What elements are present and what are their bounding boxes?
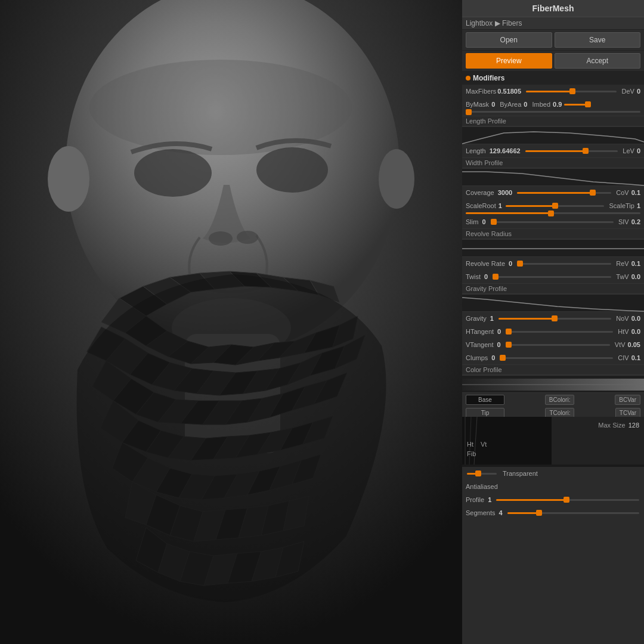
- color-profile-curve[interactable]: [462, 375, 644, 393]
- width-profile-section: Width Profile: [462, 157, 644, 168]
- revolve-curve-svg: [462, 240, 644, 258]
- tcolori-button[interactable]: TColori:: [545, 408, 574, 418]
- fib-label: Fib: [467, 450, 476, 457]
- vtangent-slider[interactable]: [506, 340, 610, 349]
- imbed-slider[interactable]: [564, 100, 588, 109]
- by-area-value: 0: [524, 101, 527, 108]
- open-save-row: Open Save: [462, 30, 644, 51]
- color-curve-svg: [462, 376, 644, 394]
- panel-title: FiberMesh: [462, 0, 644, 17]
- htv-value: 0.0: [631, 328, 640, 335]
- siv-label: SIV: [618, 218, 629, 225]
- clumps-label: Clumps: [466, 354, 488, 361]
- gravity-curve-svg: [462, 295, 644, 312]
- scale-root-slider[interactable]: [506, 202, 605, 210]
- viewport: [0, 0, 462, 644]
- svg-point-5: [134, 149, 212, 197]
- svg-point-3: [379, 149, 414, 209]
- revolve-rate-label: Revolve Rate: [466, 260, 505, 267]
- imbed-value: 0.9: [553, 101, 562, 108]
- svg-point-2: [48, 146, 89, 212]
- length-slider[interactable]: [525, 147, 618, 155]
- gravity-slider[interactable]: [499, 314, 611, 323]
- coverage-value: 3000: [498, 189, 512, 196]
- by-mask-label: ByMask: [466, 101, 489, 108]
- segments-label: Segments: [466, 509, 496, 516]
- segments-row: Segments 4: [462, 506, 644, 519]
- vtangent-value: 0: [497, 341, 500, 348]
- scale-root-label: ScaleRoot: [466, 202, 496, 209]
- base-button[interactable]: Base: [466, 395, 504, 405]
- twist-label: Twist: [466, 273, 481, 280]
- bcvar-button[interactable]: BCVar: [615, 395, 640, 405]
- max-fibers-row: MaxFibers 0.51805 DeV 0: [462, 85, 644, 98]
- preview-button[interactable]: Preview: [466, 53, 552, 69]
- width-profile-label: Width Profile: [466, 159, 503, 166]
- segments-slider[interactable]: [507, 509, 639, 517]
- base-row: Base BColori: BCVar: [462, 393, 644, 406]
- clumps-value: 0: [491, 354, 495, 361]
- slim-slider[interactable]: [491, 218, 614, 226]
- by-mask-slider[interactable]: [466, 111, 640, 113]
- dev-label: DeV: [621, 88, 634, 95]
- length-profile-label: Length Profile: [466, 117, 506, 125]
- transparent-row: Transparent: [462, 467, 644, 480]
- slim-row: Slim 0 SIV 0.2: [462, 215, 644, 228]
- max-fibers-label: MaxFibers: [466, 88, 496, 95]
- lev-value: 0: [637, 147, 640, 154]
- vtv-value: 0.05: [628, 341, 640, 348]
- rev-label: ReV: [616, 260, 628, 267]
- profile-slider[interactable]: [496, 496, 639, 504]
- gravity-value: 1: [490, 315, 494, 322]
- twist-slider[interactable]: [493, 273, 611, 281]
- width-curve-svg: [462, 169, 644, 187]
- mask-area-imbed-row: ByMask 0 ByArea 0 Imbed 0.9: [462, 98, 644, 111]
- revolve-rate-slider[interactable]: [517, 259, 611, 268]
- twv-value: 0.0: [631, 273, 640, 280]
- siv-value: 0.2: [631, 218, 640, 225]
- transparent-slider[interactable]: [467, 469, 497, 478]
- htangent-label: HTangent: [466, 328, 494, 335]
- 3d-render: [0, 0, 462, 644]
- length-profile-section: Length Profile: [462, 116, 644, 126]
- gravity-label: Gravity: [466, 315, 487, 322]
- revolve-radius-label: Revolve Radius: [466, 230, 512, 237]
- twist-value: 0: [484, 273, 488, 280]
- bcolori-button[interactable]: BColori:: [545, 395, 575, 405]
- revolve-profile-curve[interactable]: [462, 239, 644, 257]
- revolve-rate-value: 0: [509, 260, 512, 267]
- max-fibers-value: 0.51805: [497, 88, 521, 95]
- width-profile-curve[interactable]: [462, 168, 644, 186]
- save-button[interactable]: Save: [555, 32, 641, 48]
- lightbox-row[interactable]: Lightbox ▶ Fibers: [462, 17, 644, 30]
- dev-value: 0: [637, 88, 640, 95]
- cov-value: 0.1: [631, 189, 640, 196]
- fibermesh-panel: FiberMesh Lightbox ▶ Fibers Open Save Pr…: [462, 0, 644, 644]
- nov-label: NoV: [616, 315, 628, 322]
- profile-value: 1: [488, 496, 491, 503]
- color-preview: Max Size 128 Ht Vt Fib: [462, 419, 644, 467]
- htangent-slider[interactable]: [506, 327, 613, 336]
- open-button[interactable]: Open: [466, 32, 552, 48]
- rev-value: 0.1: [631, 260, 640, 267]
- length-label: Length: [466, 147, 486, 154]
- by-mask-value: 0: [491, 101, 495, 108]
- accept-button[interactable]: Accept: [555, 53, 641, 69]
- preview-accept-row: Preview Accept: [462, 51, 644, 72]
- htangent-value: 0: [497, 328, 501, 335]
- gravity-profile-section: Gravity Profile: [462, 283, 644, 294]
- max-fibers-slider[interactable]: [526, 87, 617, 95]
- civ-label: CIV: [618, 354, 628, 361]
- scale-tip-slider[interactable]: [466, 212, 640, 214]
- clumps-row: Clumps 0 CIV 0.1: [462, 351, 644, 364]
- tcvar-button[interactable]: TCVar: [615, 408, 640, 418]
- gravity-profile-curve[interactable]: [462, 294, 644, 312]
- vtv-label: VtV: [615, 341, 626, 348]
- length-value: 129.64662: [490, 147, 521, 154]
- clumps-slider[interactable]: [500, 354, 613, 362]
- length-profile-curve[interactable]: [462, 126, 644, 144]
- coverage-slider[interactable]: [517, 188, 611, 197]
- tip-button[interactable]: Tip: [466, 408, 504, 418]
- svg-point-7: [209, 231, 233, 246]
- length-curve-svg: [462, 127, 644, 145]
